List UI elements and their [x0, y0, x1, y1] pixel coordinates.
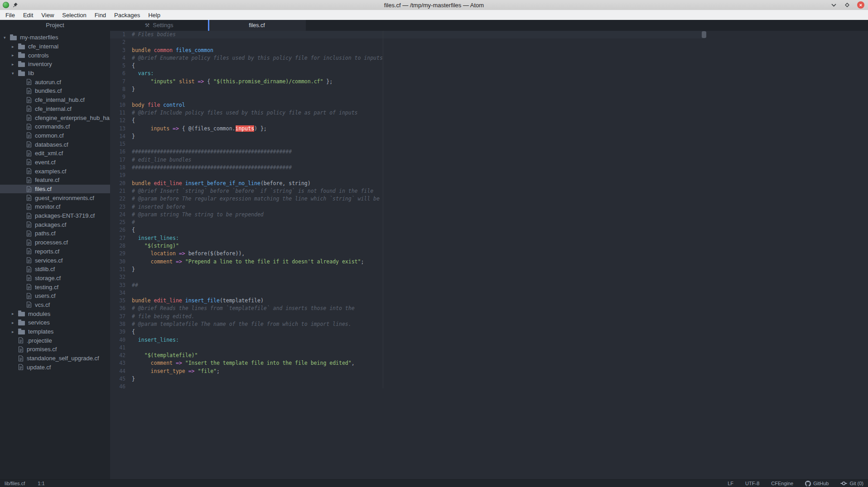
code-line-5[interactable]: 5{: [110, 62, 868, 70]
code-line-41[interactable]: 41: [110, 344, 868, 352]
code-line-22[interactable]: 22# @param before The regular expression…: [110, 195, 868, 203]
statusbar-lf[interactable]: LF: [728, 481, 733, 486]
chevron-right-icon[interactable]: ▸: [12, 320, 18, 325]
statusbar-github[interactable]: GitHub: [805, 481, 829, 487]
code-line-34[interactable]: 34: [110, 289, 868, 297]
code-line-35[interactable]: 35bundle edit_line insert_file(templatef…: [110, 297, 868, 305]
tree-item-vcs-cf[interactable]: vcs.cf: [0, 301, 110, 310]
tree-item-guest-environments-cf[interactable]: guest_environments.cf: [0, 193, 110, 202]
menu-edit[interactable]: Edit: [19, 12, 37, 19]
tree-item-packages-cf[interactable]: packages.cf: [0, 220, 110, 229]
tree-item-stdlib-cf[interactable]: stdlib.cf: [0, 265, 110, 274]
tree-item-cfe-internal-hub-cf[interactable]: cfe_internal_hub.cf: [0, 95, 110, 105]
code-line-44[interactable]: 44 insert_type => "file";: [110, 368, 868, 375]
chevron-right-icon[interactable]: ▸: [12, 53, 18, 57]
tree-item-bundles-cf[interactable]: bundles.cf: [0, 86, 110, 95]
tree-item-my-masterfiles[interactable]: ▾my-masterfiles: [0, 33, 110, 42]
code-line-39[interactable]: 39{: [110, 328, 868, 336]
code-line-15[interactable]: 15: [110, 140, 868, 148]
maximize-button[interactable]: [844, 1, 851, 9]
code-line-1[interactable]: 1# Files bodies: [110, 31, 705, 38]
tree-item-edit-xml-cf[interactable]: edit_xml.cf: [0, 149, 110, 158]
code-line-8[interactable]: 8}: [110, 86, 868, 93]
chevron-down-icon[interactable]: ▾: [4, 35, 10, 40]
code-line-7[interactable]: 7 "inputs" slist => { "$(this.promise_di…: [110, 78, 868, 86]
code-line-10[interactable]: 10body file control: [110, 101, 868, 109]
menu-packages[interactable]: Packages: [110, 12, 144, 19]
code-line-30[interactable]: 30 comment => "Prepend a line to the fil…: [110, 258, 868, 266]
code-line-9[interactable]: 9: [110, 93, 868, 101]
code-line-28[interactable]: 28 "$(string)": [110, 242, 868, 250]
tree-item-storage-cf[interactable]: storage.cf: [0, 274, 110, 283]
tree-item-users-cf[interactable]: users.cf: [0, 291, 110, 301]
code-line-32[interactable]: 32: [110, 273, 868, 281]
tree-item-inventory[interactable]: ▸inventory: [0, 60, 110, 69]
tree-item-standalone-self-upgrade-cf[interactable]: standalone_self_upgrade.cf: [0, 354, 110, 363]
tree-item-event-cf[interactable]: event.cf: [0, 158, 110, 167]
code-line-26[interactable]: 26{: [110, 226, 868, 234]
code-line-42[interactable]: 42 "$(templatefile)": [110, 352, 868, 359]
tab-settings[interactable]: ⚒Settings: [110, 20, 208, 31]
code-line-2[interactable]: 2: [110, 38, 868, 46]
menu-find[interactable]: Find: [91, 12, 110, 19]
statusbar-file-path[interactable]: lib/files.cf: [5, 481, 25, 486]
code-line-4[interactable]: 4# @brief Enumerate policy files used by…: [110, 54, 868, 62]
code-line-36[interactable]: 36# @brief Reads the lines from `templat…: [110, 305, 868, 312]
tree-item-services-cf[interactable]: services.cf: [0, 256, 110, 265]
menu-help[interactable]: Help: [144, 12, 164, 19]
code-line-6[interactable]: 6 vars:: [110, 70, 868, 77]
chevron-right-icon[interactable]: ▸: [12, 329, 18, 334]
code-line-17[interactable]: 17# edit_line bundles: [110, 156, 868, 164]
code-line-11[interactable]: 11# @brief Include policy files used by …: [110, 109, 868, 117]
tree-item-processes-cf[interactable]: processes.cf: [0, 238, 110, 247]
code-line-33[interactable]: 33##: [110, 282, 868, 289]
tree-item-templates[interactable]: ▸templates: [0, 327, 110, 336]
text-editor[interactable]: 1# Files bodies23bundle common files_com…: [110, 31, 868, 479]
code-line-16[interactable]: 16######################################…: [110, 148, 868, 156]
code-line-18[interactable]: 18######################################…: [110, 164, 868, 172]
chevron-down-icon[interactable]: ▾: [12, 71, 18, 76]
titlebar[interactable]: files.cf — /tmp/my-masterfiles — Atom ×: [0, 0, 868, 10]
tree-item-cfengine-enterprise-hub-ha-cf[interactable]: cfengine_enterprise_hub_ha.cf: [0, 113, 110, 122]
vertical-scrollbar-thumb[interactable]: [702, 31, 706, 38]
code-line-29[interactable]: 29 location => before($(before)),: [110, 250, 868, 258]
tree-item-examples-cf[interactable]: examples.cf: [0, 167, 110, 176]
chevron-right-icon[interactable]: ▸: [12, 62, 18, 67]
tree-item-files-cf[interactable]: files.cf: [0, 185, 110, 194]
chevron-right-icon[interactable]: ▸: [12, 311, 18, 316]
menu-selection[interactable]: Selection: [58, 12, 90, 19]
code-line-3[interactable]: 3bundle common files_common: [110, 47, 868, 54]
tree-item-databases-cf[interactable]: databases.cf: [0, 140, 110, 149]
tree-item-reports-cf[interactable]: reports.cf: [0, 247, 110, 256]
code-line-37[interactable]: 37# file being edited.: [110, 313, 868, 320]
tree-item--projectile[interactable]: .projectile: [0, 336, 110, 345]
tree-item-feature-cf[interactable]: feature.cf: [0, 176, 110, 185]
statusbar-cursor-position[interactable]: 1:1: [38, 481, 44, 486]
menu-file[interactable]: File: [1, 12, 19, 19]
tree-item-cfe-internal[interactable]: ▸cfe_internal: [0, 42, 110, 51]
tree-item-common-cf[interactable]: common.cf: [0, 131, 110, 140]
tree-item-update-cf[interactable]: update.cf: [0, 363, 110, 372]
code-line-38[interactable]: 38# @param templatefile The name of the …: [110, 320, 868, 328]
tree-item-monitor-cf[interactable]: monitor.cf: [0, 202, 110, 211]
tree-item-controls[interactable]: ▸controls: [0, 51, 110, 60]
tab-files-cf[interactable]: files.cf: [208, 20, 306, 31]
code-line-14[interactable]: 14}: [110, 133, 868, 140]
statusbar-utf-8[interactable]: UTF-8: [745, 481, 759, 486]
tree-item-promises-cf[interactable]: promises.cf: [0, 345, 110, 354]
tree-item-services[interactable]: ▸services: [0, 318, 110, 327]
code-line-24[interactable]: 24# @param string The string to be prepe…: [110, 211, 868, 219]
code-line-27[interactable]: 27 insert_lines:: [110, 234, 868, 242]
code-line-21[interactable]: 21# @brief Insert `string` before `befor…: [110, 187, 868, 195]
close-button[interactable]: ×: [857, 1, 864, 9]
code-line-46[interactable]: 46: [110, 383, 868, 391]
code-line-43[interactable]: 43 comment => "Insert the template file …: [110, 359, 868, 367]
code-line-25[interactable]: 25#: [110, 219, 868, 226]
statusbar-cfengine[interactable]: CFEngine: [771, 481, 793, 486]
code-line-40[interactable]: 40 insert_lines:: [110, 336, 868, 344]
tree-item-cfe-internal-cf[interactable]: cfe_internal.cf: [0, 105, 110, 114]
chevron-right-icon[interactable]: ▸: [12, 44, 18, 49]
statusbar-git-0-[interactable]: Git (0): [840, 481, 863, 486]
tree-item-commands-cf[interactable]: commands.cf: [0, 122, 110, 131]
tree-item-testing-cf[interactable]: testing.cf: [0, 282, 110, 291]
